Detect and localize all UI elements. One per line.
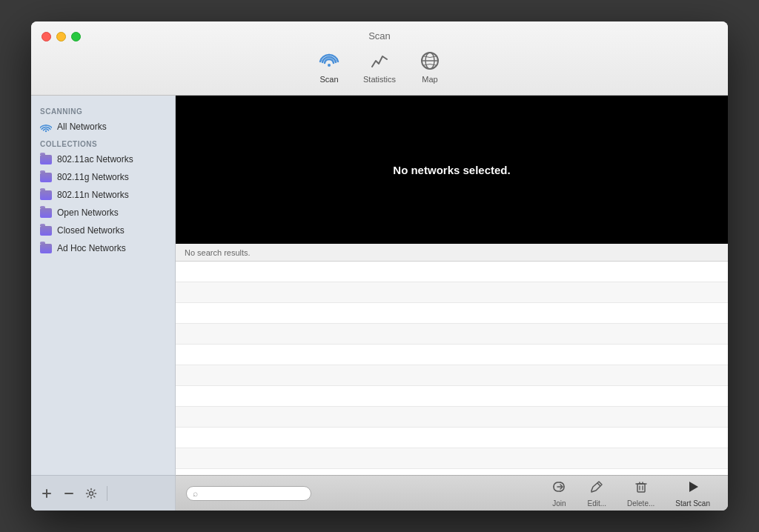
svg-marker-15 — [689, 482, 698, 492]
join-label: Join — [552, 499, 566, 508]
closed-networks-label: Closed Networks — [57, 225, 125, 236]
all-networks-label: All Networks — [57, 122, 107, 132]
sidebar-item-802ac[interactable]: 802.11ac Networks — [31, 150, 175, 168]
table-row — [176, 386, 728, 407]
802g-label: 802.11g Networks — [57, 172, 129, 182]
statistics-icon — [368, 49, 391, 73]
map-area: No networks selected. — [176, 96, 728, 244]
folder-icon-open — [40, 207, 52, 219]
folder-icon-802g — [40, 171, 52, 183]
scan-icon — [317, 49, 341, 73]
table-rows — [176, 262, 728, 475]
table-row — [176, 282, 728, 303]
sidebar-item-open[interactable]: Open Networks — [31, 204, 175, 222]
sidebar-item-closed[interactable]: Closed Networks — [31, 222, 175, 239]
titlebar: Scan Scan — [31, 21, 728, 96]
svg-rect-11 — [637, 484, 645, 492]
802ac-label: 802.11ac Networks — [57, 154, 133, 164]
svg-line-10 — [597, 483, 600, 486]
edit-button[interactable]: Edit... — [577, 479, 617, 508]
start-scan-icon — [686, 479, 700, 498]
join-button[interactable]: Join — [541, 479, 577, 508]
sidebar-item-adhoc[interactable]: Ad Hoc Networks — [31, 239, 175, 257]
tab-scan[interactable]: Scan — [317, 49, 341, 84]
table-row — [176, 365, 728, 386]
table-row — [176, 303, 728, 324]
map-icon — [418, 49, 442, 73]
search-input[interactable] — [201, 488, 305, 499]
delete-button[interactable]: Delete... — [617, 479, 665, 508]
scanning-section-label: SCANNING — [31, 103, 175, 118]
open-networks-label: Open Networks — [57, 207, 119, 218]
sidebar-item-802g[interactable]: 802.11g Networks — [31, 168, 175, 186]
main-content: SCANNING All Networks — [31, 96, 728, 511]
table-area: No search results. — [176, 244, 728, 475]
search-icon: ⌕ — [193, 488, 198, 499]
toolbar: Scan Statistics — [317, 49, 442, 84]
delete-icon — [634, 479, 649, 498]
folder-icon-802n — [40, 189, 52, 201]
minimize-button[interactable] — [56, 32, 66, 41]
start-scan-button[interactable]: Start Scan — [665, 479, 720, 508]
sidebar-item-all-networks[interactable]: All Networks — [31, 118, 175, 136]
settings-button[interactable] — [83, 485, 99, 502]
table-row — [176, 407, 728, 428]
802n-label: 802.11n Networks — [57, 190, 129, 200]
scan-tab-label: Scan — [319, 75, 338, 84]
table-row — [176, 448, 728, 469]
delete-label: Delete... — [627, 499, 654, 508]
sidebar-bottom — [31, 475, 175, 511]
table-row — [176, 345, 728, 365]
folder-icon-closed — [40, 225, 52, 236]
map-tab-label: Map — [422, 75, 437, 84]
table-row — [176, 428, 728, 448]
close-button[interactable] — [42, 32, 51, 41]
folder-icon-802ac — [40, 153, 52, 165]
add-collection-button[interactable] — [39, 485, 55, 502]
table-header: No search results. — [176, 244, 728, 262]
wifi-icon — [40, 121, 52, 133]
svg-point-0 — [328, 64, 331, 67]
no-results-text: No search results. — [185, 248, 251, 257]
search-box[interactable]: ⌕ — [186, 486, 311, 501]
folder-icon-adhoc — [40, 242, 52, 254]
right-panel: No networks selected. No search results. — [176, 96, 728, 511]
adhoc-networks-label: Ad Hoc Networks — [57, 243, 126, 253]
tab-map[interactable]: Map — [418, 49, 442, 84]
sidebar-content: SCANNING All Networks — [31, 96, 175, 475]
sidebar-divider — [107, 486, 107, 501]
sidebar-item-802n[interactable]: 802.11n Networks — [31, 186, 175, 204]
tab-statistics[interactable]: Statistics — [363, 49, 396, 84]
join-icon — [551, 479, 566, 498]
remove-collection-button[interactable] — [61, 485, 77, 502]
svg-point-8 — [90, 491, 93, 495]
bottom-bar: ⌕ Join — [176, 475, 728, 511]
start-scan-label: Start Scan — [675, 499, 710, 508]
sidebar: SCANNING All Networks — [31, 96, 176, 511]
app-window: Scan Scan — [31, 21, 728, 511]
statistics-tab-label: Statistics — [363, 75, 396, 84]
collections-section-label: COLLECTIONS — [31, 136, 175, 150]
no-networks-text: No networks selected. — [393, 164, 510, 176]
svg-point-4 — [45, 130, 47, 132]
edit-label: Edit... — [587, 499, 606, 508]
table-row — [176, 324, 728, 345]
maximize-button[interactable] — [71, 32, 81, 41]
edit-icon — [589, 479, 604, 498]
table-row — [176, 262, 728, 282]
window-title: Scan — [368, 30, 391, 41]
traffic-lights — [42, 32, 81, 41]
